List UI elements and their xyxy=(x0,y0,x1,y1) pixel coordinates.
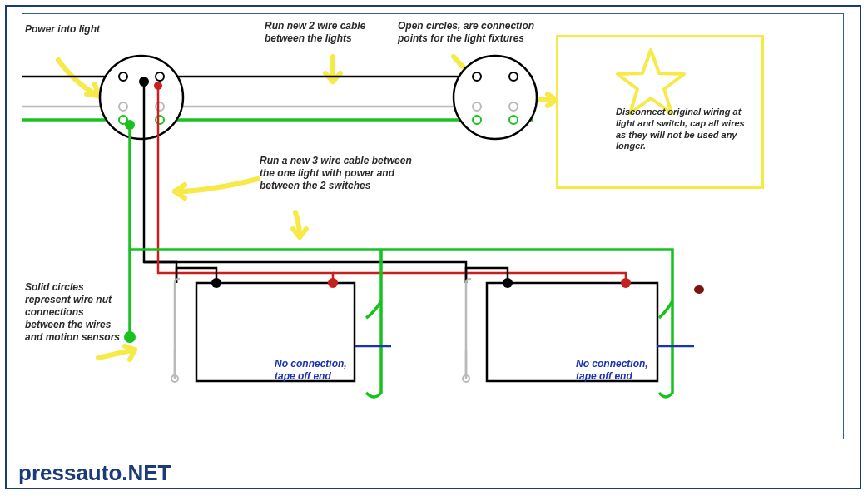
label-disconnect-note: Disconnect original wiring at light and … xyxy=(616,107,749,152)
label-solid-circles: Solid circles represent wire nut connect… xyxy=(25,281,125,344)
label-run-2wire: Run new 2 wire cable between the lights xyxy=(265,20,398,45)
watermark: pressauto.NET xyxy=(18,460,171,486)
label-open-circles: Open circles, are connection points for … xyxy=(398,20,539,45)
label-run-3wire: Run a new 3 wire cable between the one l… xyxy=(260,155,426,192)
label-no-connection-left: No connection, tape off end xyxy=(275,358,358,383)
label-no-connection-right: No connection, tape off end xyxy=(576,358,659,383)
label-power-into-light: Power into light xyxy=(25,23,117,36)
